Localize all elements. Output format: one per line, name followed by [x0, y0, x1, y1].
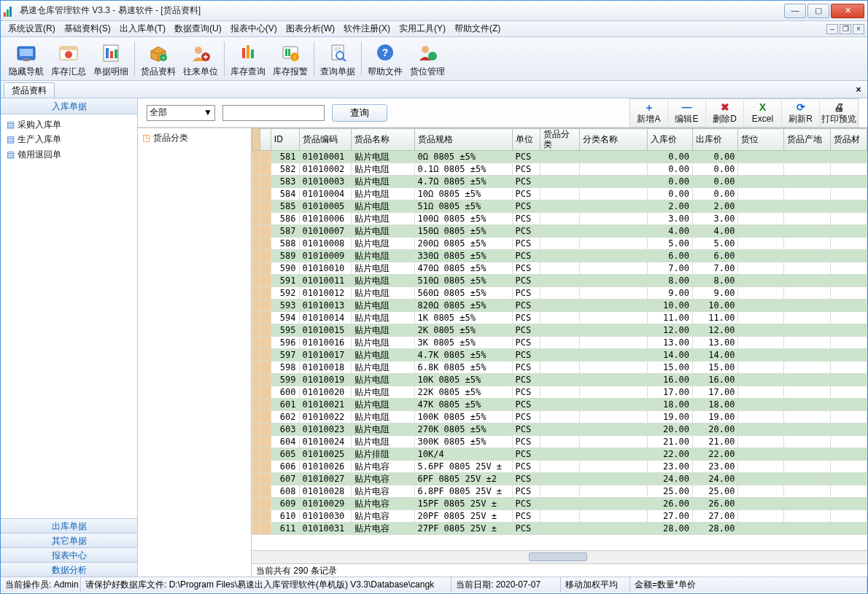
col-header[interactable]: 分类名称 — [580, 129, 648, 151]
table-row[interactable]: 60701010027贴片电容6PF 0805 25V ±2PCS24.0024… — [252, 472, 867, 485]
action-编辑E-button[interactable]: —编辑E — [668, 99, 706, 127]
toolbar-partner-button[interactable]: 往来单位 — [179, 39, 222, 79]
horizontal-scrollbar[interactable] — [252, 550, 867, 563]
action-打印预览-button[interactable]: 🖨打印预览 — [820, 99, 858, 127]
table-row[interactable]: 58401010004贴片电阻10Ω 0805 ±5%PCS0.000.00 — [252, 187, 867, 200]
col-header[interactable]: 单位 — [512, 129, 540, 151]
maximize-button[interactable]: ▢ — [807, 4, 829, 18]
menu-item-3[interactable]: 数据查询(U) — [170, 22, 226, 35]
table-row[interactable]: 58101010001贴片电阻0Ω 0805 ±5%PCS0.000.00 — [252, 150, 867, 163]
search-button[interactable]: 查询 — [332, 104, 387, 122]
menu-item-5[interactable]: 图表分析(W) — [282, 22, 339, 35]
nav-section-0[interactable]: 出库单据 — [1, 518, 137, 533]
table-row[interactable]: 59801010018贴片电阻6.8K 0805 ±5%PCS15.0015.0… — [252, 361, 867, 373]
toolbar-stock-sum-button[interactable]: 库存汇总 — [47, 39, 90, 79]
tab-close-button[interactable]: × — [853, 85, 864, 96]
table-row[interactable]: 58701010007贴片电阻150Ω 0805 ±5%PCS4.004.00 — [252, 224, 867, 237]
table-row[interactable]: 59301010013贴片电阻820Ω 0805 ±5%PCS10.0010.0… — [252, 299, 867, 311]
status-avg: 移动加权平均 — [561, 577, 630, 593]
col-header[interactable]: ID — [271, 129, 299, 151]
col-header[interactable]: 货品名称 — [352, 129, 414, 151]
status-bar: 当前操作员: Admin 请保护好数据库文件: D:\Program Files… — [1, 577, 867, 593]
rss-icon: ◳ — [142, 133, 150, 143]
toolbar-stock-q-button[interactable]: 库存查询 — [227, 39, 269, 79]
tab-goods[interactable]: 货品资料 — [4, 82, 55, 98]
data-grid[interactable]: ID货品编码货品名称货品规格单位货品分类分类名称入库价出库价货位货品产地货品材5… — [252, 128, 867, 550]
col-header[interactable]: 货品材 — [831, 129, 867, 151]
action-刷新R-button[interactable]: ⟳刷新R — [782, 99, 820, 127]
category-tree: ◳ 货品分类 — [138, 128, 252, 577]
toolbar-bill-q-button[interactable]: 查询单据 — [317, 39, 359, 79]
col-header[interactable]: 货位 — [738, 129, 783, 151]
close-button[interactable]: ✕ — [831, 4, 864, 18]
svg-rect-1 — [20, 49, 33, 56]
menu-item-8[interactable]: 帮助文件(Z) — [450, 22, 505, 35]
toolbar-bill-detail-button[interactable]: 单据明细 — [90, 39, 132, 79]
action-新增A-button[interactable]: ＋新增A — [630, 99, 668, 127]
toolbar: 隐藏导航库存汇总单据明细+货品资料往来单位库存查询!库存报警查询单据?帮助文件货… — [1, 37, 867, 81]
table-row[interactable]: 59201010012贴片电阻560Ω 0805 ±5%PCS9.009.00 — [252, 286, 867, 299]
table-row[interactable]: 61101010031贴片电容27PF 0805 25V ±PCS28.0028… — [252, 522, 867, 534]
bill-q-icon — [326, 41, 349, 64]
nav-item-2[interactable]: ▤领用退回单 — [1, 147, 137, 162]
mdi-close-button[interactable]: × — [853, 24, 864, 34]
table-row[interactable]: 60101010021贴片电阻47K 0805 ±5%PCS18.0018.00 — [252, 398, 867, 410]
tree-root[interactable]: ◳ 货品分类 — [142, 133, 247, 143]
table-row[interactable]: 59401010014贴片电阻1K 0805 ±5%PCS11.0011.00 — [252, 311, 867, 324]
filter-combo[interactable]: 全部 ▼ — [147, 105, 215, 121]
menu-item-1[interactable]: 基础资料(S) — [60, 22, 115, 35]
col-header[interactable]: 出库价 — [693, 129, 738, 151]
col-header[interactable]: 货品编码 — [299, 129, 352, 151]
table-row[interactable]: 60901010029贴片电容15PF 0805 25V ±PCS26.0026… — [252, 497, 867, 509]
table-row[interactable]: 58501010005贴片电阻51Ω 0805 ±5%PCS2.002.00 — [252, 200, 867, 212]
table-row[interactable]: 60301010023贴片电阻270K 0805 ±5%PCS20.0020.0… — [252, 423, 867, 435]
table-row[interactable]: 60401010024贴片电阻300K 0805 ±5%PCS21.0021.0… — [252, 435, 867, 448]
toolbar-loc-button[interactable]: 货位管理 — [406, 39, 449, 79]
table-row[interactable]: 61001010030贴片电容20PF 0805 25V ±PCS27.0027… — [252, 509, 867, 522]
mdi-restore-button[interactable]: ❐ — [840, 24, 851, 34]
action-删除D-button[interactable]: ✖删除D — [706, 99, 744, 127]
table-row[interactable]: 59601010016贴片电阻3K 0805 ±5%PCS13.0013.00 — [252, 336, 867, 348]
toolbar-hide-nav-button[interactable]: 隐藏导航 — [5, 39, 47, 79]
toolbar-help-button[interactable]: ?帮助文件 — [364, 39, 406, 79]
minimize-button[interactable]: — — [784, 4, 806, 18]
toolbar-goods-button[interactable]: +货品资料 — [137, 39, 179, 79]
table-row[interactable]: 58901010009贴片电阻330Ω 0805 ±5%PCS6.006.00 — [252, 249, 867, 262]
table-row[interactable]: 59101010011贴片电阻510Ω 0805 ±5%PCS8.008.00 — [252, 274, 867, 286]
table-row[interactable]: 58601010006贴片电阻100Ω 0805 ±5%PCS3.003.00 — [252, 212, 867, 224]
nav-item-0[interactable]: ▤采购入库单 — [1, 117, 137, 132]
mdi-minimize-button[interactable]: – — [826, 24, 838, 34]
table-row[interactable]: 60801010028贴片电容6.8PF 0805 25V ±PCS25.002… — [252, 485, 867, 497]
table-row[interactable]: 60201010022贴片电阻100K 0805 ±5%PCS19.0019.0… — [252, 410, 867, 423]
menu-item-4[interactable]: 报表中心(V) — [226, 22, 282, 35]
menu-item-0[interactable]: 系统设置(R) — [4, 22, 60, 35]
document-icon: ▤ — [7, 149, 15, 160]
col-header[interactable]: 货品规格 — [414, 129, 512, 151]
nav-section-inbound[interactable]: 入库单据 — [1, 98, 137, 114]
toolbar-stock-w-button[interactable]: !库存报警 — [269, 39, 311, 79]
table-row[interactable]: 59501010015贴片电阻2K 0805 ±5%PCS12.0012.00 — [252, 324, 867, 336]
table-row[interactable]: 59001010010贴片电阻470Ω 0805 ±5%PCS7.007.00 — [252, 262, 867, 274]
table-row[interactable]: 59901010019贴片电阻10K 0805 ±5%PCS16.0016.00 — [252, 373, 867, 386]
table-row[interactable]: 60001010020贴片电阻22K 0805 ±5%PCS17.0017.00 — [252, 386, 867, 398]
search-input[interactable] — [222, 105, 325, 121]
action-Excel-button[interactable]: XExcel — [744, 99, 782, 127]
left-nav: 入库单据 ▤采购入库单▤生产入库单▤领用退回单 出库单据其它单据报表中心数据分析 — [1, 98, 138, 577]
table-row[interactable]: 60501010025贴片排阻10K/4PCS22.0022.00 — [252, 448, 867, 460]
menu-item-6[interactable]: 软件注册(X) — [339, 22, 395, 35]
table-row[interactable]: 58301010003贴片电阻4.7Ω 0805 ±5%PCS0.000.00 — [252, 175, 867, 187]
col-header[interactable]: 货品产地 — [783, 129, 831, 151]
col-header[interactable]: 货品分类 — [540, 129, 580, 151]
nav-section-1[interactable]: 其它单据 — [1, 533, 137, 547]
table-row[interactable]: 59701010017贴片电阻4.7K 0805 ±5%PCS14.0014.0… — [252, 348, 867, 361]
table-row[interactable]: 58201010002贴片电阻0.1Ω 0805 ±5%PCS0.000.00 — [252, 163, 867, 175]
table-row[interactable]: 58801010008贴片电阻200Ω 0805 ±5%PCS5.005.00 — [252, 237, 867, 249]
menu-item-7[interactable]: 实用工具(Y) — [395, 22, 450, 35]
nav-section-3[interactable]: 数据分析 — [1, 562, 137, 577]
nav-section-2[interactable]: 报表中心 — [1, 547, 137, 562]
col-header[interactable]: 入库价 — [647, 129, 692, 151]
table-row[interactable]: 60601010026贴片电容5.6PF 0805 25V ±PCS23.002… — [252, 460, 867, 472]
menu-item-2[interactable]: 出入库单(T) — [115, 22, 170, 35]
nav-item-1[interactable]: ▤生产入库单 — [1, 132, 137, 146]
col-header[interactable] — [260, 129, 271, 151]
